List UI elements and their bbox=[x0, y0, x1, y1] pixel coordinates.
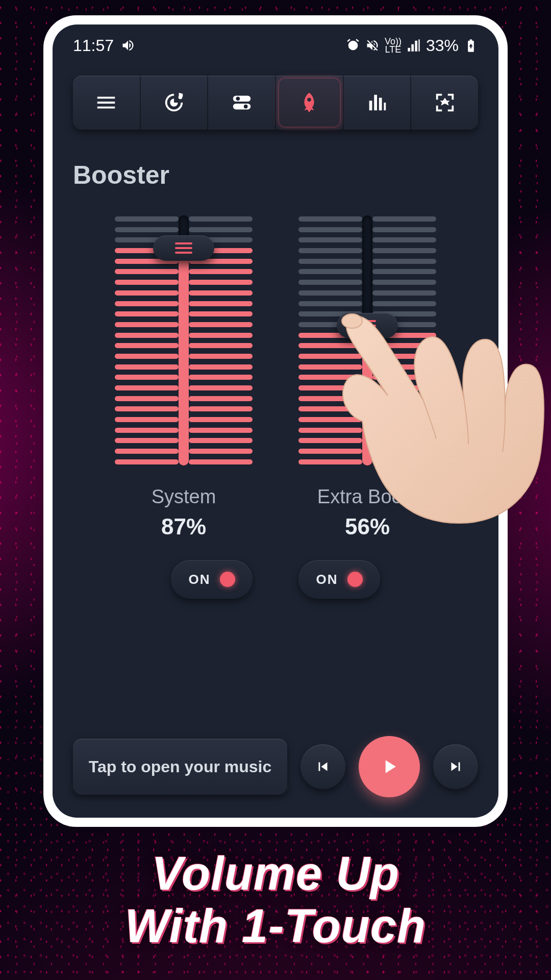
status-time: 11:57 bbox=[73, 36, 114, 55]
tab-scan[interactable] bbox=[411, 76, 478, 130]
alarm-icon bbox=[346, 38, 360, 53]
phone-frame: 11:57 Vo)) LTE 33% bbox=[43, 15, 508, 827]
caption-line1: Volume Up bbox=[0, 847, 551, 900]
section-title: Booster bbox=[73, 160, 478, 190]
status-network-label: Vo)) LTE bbox=[385, 37, 402, 54]
signal-icon bbox=[407, 38, 421, 53]
system-slider-thumb[interactable] bbox=[153, 235, 214, 261]
tab-music[interactable] bbox=[141, 76, 209, 130]
svg-point-3 bbox=[236, 97, 240, 101]
open-music-button[interactable]: Tap to open your music bbox=[73, 739, 287, 795]
app-screen: 11:57 Vo)) LTE 33% bbox=[53, 24, 498, 818]
mute-icon bbox=[365, 38, 380, 53]
prev-button[interactable] bbox=[300, 744, 345, 789]
volume-icon bbox=[121, 38, 135, 53]
toggles-area: ON ON bbox=[73, 560, 478, 599]
status-bar: 11:57 Vo)) LTE 33% bbox=[73, 24, 478, 60]
caption: Volume Up With 1-Touch bbox=[0, 847, 551, 952]
svg-rect-1 bbox=[233, 96, 251, 102]
player-bar: Tap to open your music bbox=[73, 736, 478, 797]
toggle-dot-icon bbox=[220, 572, 235, 587]
extra-boost-value: 56% bbox=[298, 514, 436, 540]
sliders-area bbox=[73, 215, 478, 465]
top-nav bbox=[73, 76, 478, 130]
next-button[interactable] bbox=[433, 744, 478, 789]
extra-boost-slider[interactable] bbox=[298, 215, 436, 465]
tab-menu[interactable] bbox=[73, 76, 141, 130]
tab-booster[interactable] bbox=[276, 76, 344, 130]
slider-labels: System 87% Extra Boost 56% bbox=[73, 486, 478, 540]
system-value: 87% bbox=[115, 514, 253, 540]
system-label: System bbox=[115, 486, 253, 508]
system-toggle[interactable]: ON bbox=[171, 560, 253, 599]
battery-icon bbox=[464, 38, 478, 53]
play-button[interactable] bbox=[359, 736, 420, 797]
toggle-dot-icon bbox=[347, 572, 363, 587]
tab-settings[interactable] bbox=[208, 76, 276, 130]
system-toggle-label: ON bbox=[189, 572, 211, 587]
open-music-label: Tap to open your music bbox=[89, 757, 272, 776]
svg-rect-2 bbox=[233, 104, 251, 110]
extra-boost-label: Extra Boost bbox=[298, 486, 436, 508]
extra-boost-toggle-label: ON bbox=[316, 572, 338, 587]
svg-point-4 bbox=[244, 105, 248, 109]
system-slider[interactable] bbox=[115, 215, 253, 465]
extra-boost-slider-thumb[interactable] bbox=[337, 313, 398, 338]
extra-boost-toggle[interactable]: ON bbox=[298, 560, 380, 599]
tab-equalizer[interactable] bbox=[344, 76, 412, 130]
status-battery: 33% bbox=[426, 36, 459, 55]
caption-line2: With 1-Touch bbox=[0, 900, 551, 952]
